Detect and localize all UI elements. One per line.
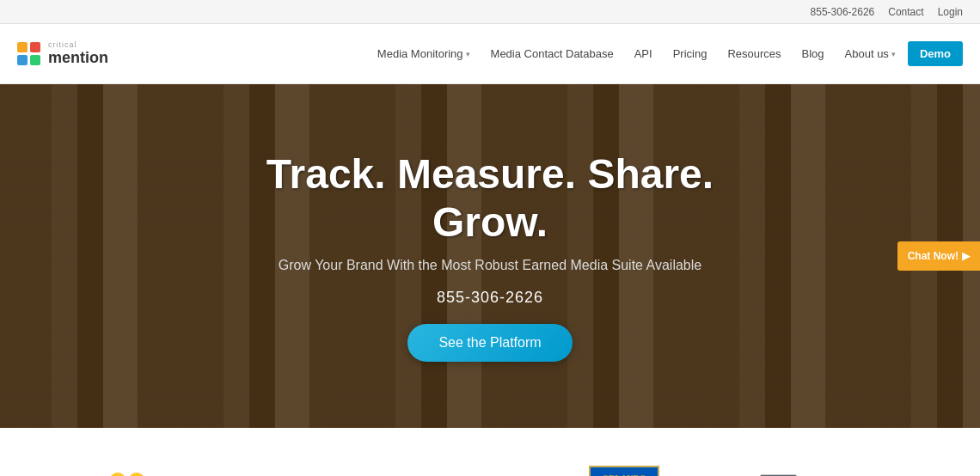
top-bar: 855-306-2626 Contact Login [0,0,980,24]
nav-blog[interactable]: Blog [793,42,833,65]
arrow-right-icon: ▶ [962,250,970,262]
magic-svg: ORLANDO MAGIC [581,462,667,476]
contact-link[interactable]: Contact [888,6,923,18]
chevron-down-icon-about: ▾ [891,50,896,58]
mcdonalds-svg [97,467,157,476]
logo-sq-red [30,42,40,52]
nav-pricing[interactable]: Pricing [665,42,716,65]
mcdonalds-logo [97,467,157,476]
nav-media-contact[interactable]: Media Contact Database [482,42,622,65]
chat-now-label: Chat Now! [908,250,959,262]
chat-now-button[interactable]: Chat Now! ▶ [897,241,980,271]
login-link[interactable]: Login [938,6,963,18]
nav-about[interactable]: About us ▾ [836,42,904,65]
nav-api[interactable]: API [626,42,661,65]
nav-demo-label: Demo [920,47,951,60]
nav-resources-label: Resources [727,47,781,60]
nav-media-contact-label: Media Contact Database [491,47,614,60]
nav-about-label: About us [845,47,889,60]
killington-shield-svg [759,473,798,477]
logo-sq-orange [17,42,28,52]
nav-resources[interactable]: Resources [719,42,789,65]
logos-section: CBS VH1 ORLANDO MAGIC Killington [0,428,980,476]
logo-squares [17,42,41,66]
logo-mention: mention [48,50,108,67]
logo-text: critical mention [48,41,108,67]
nav-demo[interactable]: Demo [908,41,963,66]
hero-phone: 855-306-2626 [266,289,714,307]
hero-title: Track. Measure. Share. Grow. [266,150,714,245]
hero-section: Track. Measure. Share. Grow. Grow Your B… [0,84,980,428]
header: critical mention Media Monitoring ▾ Medi… [0,24,980,84]
hero-subtitle: Grow Your Brand With the Most Robust Ear… [266,258,714,273]
killington-logo: Killington [759,473,883,477]
main-nav: Media Monitoring ▾ Media Contact Databas… [369,41,963,66]
orlando-magic-logo: ORLANDO MAGIC [581,462,667,476]
logo-sq-blue [17,55,28,65]
nav-pricing-label: Pricing [673,47,707,60]
nav-media-monitoring-label: Media Monitoring [377,47,463,60]
top-bar-phone: 855-306-2626 [811,6,875,18]
see-platform-button[interactable]: See the Platform [407,324,572,362]
nav-blog-label: Blog [802,47,824,60]
hero-content: Track. Measure. Share. Grow. Grow Your B… [266,150,714,361]
hero-title-line2: Grow. [432,199,548,245]
nav-media-monitoring[interactable]: Media Monitoring ▾ [369,42,479,65]
logo[interactable]: critical mention [17,41,108,67]
nav-api-label: API [634,47,652,60]
chevron-down-icon: ▾ [466,50,470,58]
hero-title-line1: Track. Measure. Share. [266,151,714,197]
logo-sq-green [30,55,40,65]
